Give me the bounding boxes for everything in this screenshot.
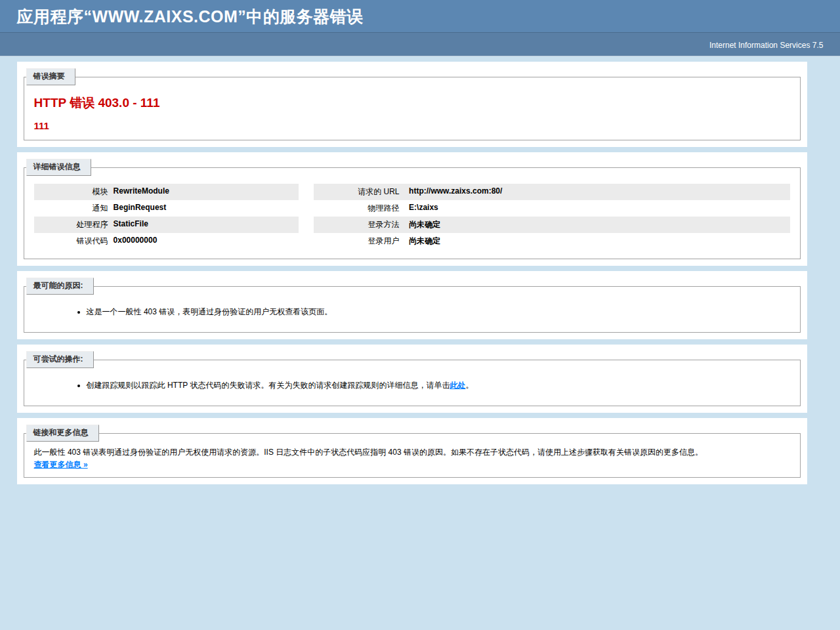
row-value: http://www.zaixs.com:80/ xyxy=(409,184,790,200)
header-bar: 应用程序“WWW.ZAIXS.COM”中的服务器错误 xyxy=(0,0,840,32)
table-row: 登录方法 尚未确定 xyxy=(314,217,790,233)
more-info-legend: 链接和更多信息 xyxy=(26,425,99,442)
row-value: 尚未确定 xyxy=(409,217,790,233)
server-version-bar: Internet Information Services 7.5 xyxy=(0,32,840,56)
details-table-right: 请求的 URL http://www.zaixs.com:80/ 物理路径 E:… xyxy=(314,180,790,252)
row-label: 请求的 URL xyxy=(314,184,409,200)
table-row: 物理路径 E:\zaixs xyxy=(314,200,790,217)
error-summary-fieldset: 错误摘要 HTTP 错误 403.0 - 111 111 xyxy=(24,68,801,140)
actions-list: 创建跟踪规则以跟踪此 HTTP 状态代码的失败请求。有关为失败的请求创建跟踪规则… xyxy=(60,379,790,392)
row-value: StaticFile xyxy=(114,217,299,233)
table-row: 错误代码 0x00000000 xyxy=(34,233,299,249)
details-fieldset: 详细错误信息 模块 RewriteModule 通知 BeginRequest xyxy=(24,159,801,259)
details-right-table: 请求的 URL http://www.zaixs.com:80/ 物理路径 E:… xyxy=(314,184,790,249)
here-link[interactable]: 此处 xyxy=(450,381,465,390)
error-summary-legend: 错误摘要 xyxy=(26,68,75,85)
view-more-info-link[interactable]: 查看更多信息 » xyxy=(34,460,88,469)
action-item: 创建跟踪规则以跟踪此 HTTP 状态代码的失败请求。有关为失败的请求创建跟踪规则… xyxy=(87,379,790,392)
row-label: 物理路径 xyxy=(314,200,409,217)
actions-section: 可尝试的操作: 创建跟踪规则以跟踪此 HTTP 状态代码的失败请求。有关为失败的… xyxy=(17,345,807,413)
actions-fieldset: 可尝试的操作: 创建跟踪规则以跟踪此 HTTP 状态代码的失败请求。有关为失败的… xyxy=(24,351,801,406)
error-subtitle: 111 xyxy=(34,120,790,131)
row-value: 尚未确定 xyxy=(409,233,790,249)
row-label: 登录方法 xyxy=(314,217,409,233)
causes-legend: 最可能的原因: xyxy=(26,278,94,295)
actions-legend: 可尝试的操作: xyxy=(26,351,94,368)
action-item-text: 创建跟踪规则以跟踪此 HTTP 状态代码的失败请求。有关为失败的请求创建跟踪规则… xyxy=(87,381,450,390)
error-title: HTTP 错误 403.0 - 111 xyxy=(34,94,790,112)
row-value: E:\zaixs xyxy=(409,200,790,217)
table-row: 处理程序 StaticFile xyxy=(34,217,299,233)
causes-list: 这是一个一般性 403 错误，表明通过身份验证的用户无权查看该页面。 xyxy=(60,305,790,319)
row-label: 通知 xyxy=(34,200,114,217)
server-version-label: Internet Information Services 7.5 xyxy=(709,41,823,50)
page-title: 应用程序“WWW.ZAIXS.COM”中的服务器错误 xyxy=(17,6,824,28)
details-table-left: 模块 RewriteModule 通知 BeginRequest 处理程序 St… xyxy=(34,180,299,252)
row-label: 处理程序 xyxy=(34,217,114,233)
table-row: 模块 RewriteModule xyxy=(34,184,299,200)
row-label: 登录用户 xyxy=(314,233,409,249)
more-info-text: 此一般性 403 错误表明通过身份验证的用户无权使用请求的资源。IIS 日志文件… xyxy=(34,447,790,457)
row-label: 错误代码 xyxy=(34,233,114,249)
table-row: 登录用户 尚未确定 xyxy=(314,233,790,249)
table-row: 通知 BeginRequest xyxy=(34,200,299,217)
content-area: 错误摘要 HTTP 错误 403.0 - 111 111 详细错误信息 模块 R… xyxy=(17,62,840,484)
error-summary-section: 错误摘要 HTTP 错误 403.0 - 111 111 xyxy=(17,62,807,147)
causes-fieldset: 最可能的原因: 这是一个一般性 403 错误，表明通过身份验证的用户无权查看该页… xyxy=(24,278,801,333)
causes-section: 最可能的原因: 这是一个一般性 403 错误，表明通过身份验证的用户无权查看该页… xyxy=(17,271,807,339)
row-label: 模块 xyxy=(34,184,114,200)
row-value: RewriteModule xyxy=(114,184,299,200)
row-value: 0x00000000 xyxy=(114,233,299,249)
cause-item: 这是一个一般性 403 错误，表明通过身份验证的用户无权查看该页面。 xyxy=(87,305,790,319)
row-value: BeginRequest xyxy=(114,200,299,217)
more-info-section: 链接和更多信息 此一般性 403 错误表明通过身份验证的用户无权使用请求的资源。… xyxy=(17,418,807,484)
action-item-suffix: 。 xyxy=(465,381,473,390)
more-info-link-row: 查看更多信息 » xyxy=(34,459,790,471)
details-section: 详细错误信息 模块 RewriteModule 通知 BeginRequest xyxy=(17,152,807,266)
details-legend: 详细错误信息 xyxy=(26,159,91,176)
table-row: 请求的 URL http://www.zaixs.com:80/ xyxy=(314,184,790,200)
more-info-fieldset: 链接和更多信息 此一般性 403 错误表明通过身份验证的用户无权使用请求的资源。… xyxy=(24,425,801,478)
details-left-table: 模块 RewriteModule 通知 BeginRequest 处理程序 St… xyxy=(34,184,299,249)
